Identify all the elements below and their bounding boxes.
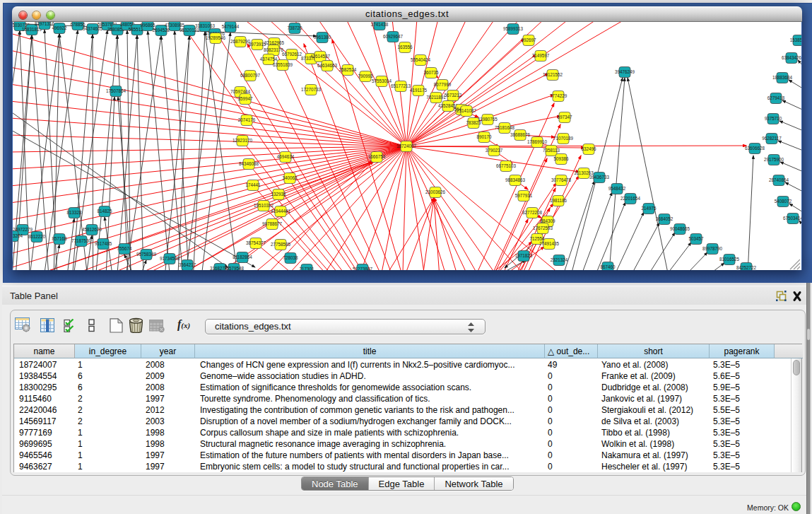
svg-text:55540424: 55540424: [411, 57, 431, 62]
svg-text:63843426: 63843426: [782, 55, 801, 60]
svg-text:51273847: 51273847: [353, 267, 373, 270]
svg-text:68800797: 68800797: [240, 73, 261, 78]
svg-text:67503414: 67503414: [783, 216, 801, 221]
svg-text:503457: 503457: [688, 236, 704, 241]
svg-text:890170: 890170: [476, 134, 492, 139]
svg-text:31831063: 31831063: [195, 23, 216, 28]
svg-text:857168: 857168: [52, 236, 67, 241]
svg-text:64634663: 64634663: [317, 63, 338, 68]
svg-text:132938: 132938: [271, 192, 286, 197]
svg-text:75181648: 75181648: [495, 125, 515, 130]
svg-text:9961380: 9961380: [314, 35, 331, 40]
svg-text:18724007: 18724007: [396, 144, 417, 148]
svg-text:90048665: 90048665: [670, 226, 690, 231]
svg-text:509386: 509386: [553, 156, 569, 161]
svg-text:70211891: 70211891: [426, 95, 446, 100]
svg-text:65177213: 65177213: [391, 83, 411, 88]
svg-text:712554: 712554: [529, 236, 545, 241]
svg-text:94374605: 94374605: [83, 26, 103, 31]
svg-text:214975: 214975: [641, 206, 657, 211]
svg-text:21003626: 21003626: [425, 189, 446, 194]
svg-text:19289546: 19289546: [206, 35, 226, 40]
svg-text:84346088: 84346088: [239, 161, 259, 166]
svg-text:2582524: 2582524: [339, 67, 357, 72]
svg-text:77187530: 77187530: [71, 238, 92, 243]
svg-text:75579548: 75579548: [224, 266, 245, 270]
svg-text:12823170: 12823170: [233, 138, 253, 143]
svg-text:340062: 340062: [282, 175, 298, 180]
svg-text:82772208: 82772208: [522, 210, 543, 215]
svg-text:728038: 728038: [283, 255, 298, 260]
svg-text:5977931: 5977931: [515, 193, 533, 198]
svg-text:1971823: 1971823: [515, 253, 533, 258]
svg-text:174441: 174441: [245, 182, 261, 187]
svg-text:6279418: 6279418: [767, 95, 785, 100]
svg-text:163556: 163556: [397, 45, 413, 49]
svg-text:63551839: 63551839: [273, 62, 293, 67]
svg-text:18883684: 18883684: [772, 75, 793, 80]
svg-text:27758595: 27758595: [271, 242, 291, 247]
svg-text:4191175: 4191175: [410, 88, 428, 93]
svg-text:755674: 755674: [117, 246, 132, 251]
svg-text:360735: 360735: [423, 70, 439, 75]
svg-text:19121552: 19121552: [543, 72, 563, 77]
svg-text:47308985: 47308985: [165, 23, 185, 28]
svg-text:496922: 496922: [52, 25, 67, 30]
svg-text:38754377: 38754377: [246, 240, 266, 245]
svg-text:9517485: 9517485: [95, 241, 112, 246]
svg-text:3741438: 3741438: [371, 22, 389, 27]
svg-text:1538552: 1538552: [790, 37, 801, 42]
svg-text:17270733: 17270733: [301, 87, 322, 92]
svg-text:66775103: 66775103: [496, 163, 517, 168]
svg-text:790993: 790993: [358, 74, 373, 78]
svg-text:68353204: 68353204: [13, 233, 23, 238]
svg-text:217301: 217301: [299, 267, 314, 270]
svg-text:2321324: 2321324: [551, 257, 568, 262]
svg-text:8077999: 8077999: [434, 82, 452, 87]
svg-text:63606628: 63606628: [745, 146, 765, 151]
svg-text:99788677: 99788677: [262, 221, 283, 226]
svg-text:41944441: 41944441: [271, 209, 291, 214]
svg-text:66792612: 66792612: [282, 52, 302, 57]
svg-text:17507864: 17507864: [106, 88, 126, 93]
svg-text:31130263: 31130263: [574, 170, 594, 175]
svg-text:17672593: 17672593: [533, 226, 553, 230]
svg-text:1981186: 1981186: [550, 198, 567, 203]
svg-text:2074176: 2074176: [238, 117, 256, 122]
svg-text:77491435: 77491435: [539, 241, 560, 246]
svg-text:359947: 359947: [237, 96, 253, 101]
svg-text:4374754: 4374754: [260, 57, 278, 62]
svg-text:95899313: 95899313: [503, 26, 524, 31]
svg-text:813328: 813328: [66, 210, 82, 215]
svg-text:3684052: 3684052: [656, 216, 673, 221]
svg-text:867460: 867460: [600, 264, 616, 269]
svg-text:30776478: 30776478: [551, 177, 572, 182]
svg-text:4694634: 4694634: [277, 154, 295, 159]
svg-text:2694522: 2694522: [153, 28, 170, 33]
svg-text:45812670: 45812670: [82, 227, 102, 232]
svg-text:5408072: 5408072: [775, 199, 792, 204]
svg-text:29175900: 29175900: [764, 157, 784, 162]
svg-text:996865: 996865: [140, 23, 155, 28]
svg-text:81182864: 81182864: [233, 255, 252, 259]
svg-text:7358113: 7358113: [543, 148, 560, 153]
svg-text:42614537: 42614537: [310, 54, 331, 59]
svg-text:992697: 992697: [521, 37, 536, 42]
svg-text:22201654: 22201654: [620, 196, 641, 201]
svg-text:95320121: 95320121: [180, 28, 200, 33]
svg-text:19510312: 19510312: [254, 203, 274, 208]
svg-text:9375710: 9375710: [765, 116, 782, 121]
svg-text:23141087: 23141087: [457, 108, 477, 113]
svg-text:5673212: 5673212: [445, 93, 462, 98]
svg-text:38688676: 38688676: [510, 132, 531, 137]
svg-text:95758349: 95758349: [136, 252, 157, 257]
svg-text:1666754: 1666754: [368, 154, 386, 159]
svg-text:5479144: 5479144: [222, 24, 240, 29]
svg-text:89978790: 89978790: [702, 246, 723, 251]
svg-text:11980765: 11980765: [478, 117, 498, 122]
svg-text:7774229: 7774229: [550, 93, 567, 98]
svg-text:9548432: 9548432: [608, 186, 626, 191]
svg-text:84252722: 84252722: [736, 265, 757, 270]
svg-text:26879290: 26879290: [230, 39, 251, 44]
svg-text:3790237: 3790237: [486, 148, 503, 153]
